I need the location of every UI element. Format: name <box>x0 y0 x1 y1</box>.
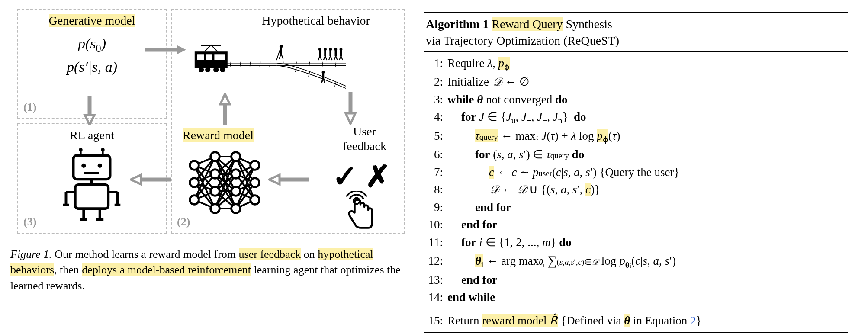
arrow-reward-to-agent <box>130 173 173 186</box>
check-icon: ✓ <box>332 160 358 193</box>
svg-rect-19 <box>214 54 225 60</box>
box-hypothetical-reward: Hypothetical behavior <box>171 9 405 234</box>
algorithm-1-box: Algorithm 1 Reward Query Synthesis via T… <box>424 12 848 333</box>
alg-line-13: 13:end for <box>426 271 846 289</box>
algorithm-body: 1:Require λ, pϕ 2:Initialize 𝒟 ← ∅ 3:whi… <box>424 52 848 309</box>
svg-rect-43 <box>335 51 337 56</box>
svg-rect-118 <box>75 185 109 209</box>
box-1-title: Generative model <box>18 10 166 28</box>
svg-point-99 <box>211 187 220 196</box>
arrow-hyp-to-feedback <box>344 90 357 125</box>
svg-point-101 <box>231 152 241 161</box>
svg-point-21 <box>205 67 210 72</box>
arrow-feedback-to-reward <box>268 173 312 186</box>
svg-point-23 <box>220 67 225 72</box>
touch-icon <box>341 191 380 233</box>
svg-point-104 <box>231 204 241 213</box>
svg-rect-26 <box>280 48 282 54</box>
svg-rect-47 <box>340 51 342 56</box>
svg-marker-138 <box>269 175 280 184</box>
eq-p-sprime: p(s′|s, a) <box>18 59 166 75</box>
svg-point-102 <box>231 170 241 179</box>
svg-point-100 <box>211 204 220 213</box>
svg-line-4 <box>250 62 251 67</box>
box-2-title: Reward model <box>183 128 254 142</box>
svg-line-33 <box>320 56 321 60</box>
alg-line-10: 10:end for <box>426 216 846 234</box>
alg-line-4: 4:for J ∈ {Ju, J+, J−, Jn} do <box>426 108 846 127</box>
svg-line-5 <box>260 62 260 67</box>
svg-point-38 <box>329 48 332 51</box>
figure-1-caption: Figure 1. Our method learns a reward mod… <box>9 247 407 294</box>
svg-line-28 <box>281 54 283 59</box>
box-1-label: (1) <box>23 101 36 114</box>
svg-point-34 <box>324 48 327 51</box>
svg-point-97 <box>211 152 220 161</box>
alg-line-12: 12:θi ← arg maxθi ∑(s,a,s′,c)∈𝒟 log pθi(… <box>426 251 846 271</box>
svg-marker-134 <box>131 175 141 184</box>
user-feedback-label: Userfeedback <box>343 124 386 153</box>
svg-point-96 <box>190 196 199 205</box>
svg-point-98 <box>211 170 220 179</box>
alg-line-11: 11:for i ∈ {1, 2, ..., m} do <box>426 234 846 251</box>
svg-line-9 <box>309 62 310 67</box>
arrow-gen-to-agent <box>83 94 96 125</box>
svg-rect-31 <box>319 51 321 56</box>
svg-point-94 <box>190 161 199 170</box>
feedback-icons: ✓ ✗ <box>332 159 391 194</box>
alg-line-8: 8:𝒟 ← 𝒟 ∪ {(s, a, s′, c)} <box>426 181 846 199</box>
svg-point-50 <box>322 71 325 74</box>
svg-line-2 <box>230 62 231 67</box>
alg-line-6: 6:for (s, a, s′) ∈ τquery do <box>426 146 846 164</box>
svg-line-3 <box>240 62 241 67</box>
svg-point-103 <box>231 187 241 196</box>
svg-point-112 <box>101 148 105 152</box>
svg-point-110 <box>79 148 83 152</box>
svg-line-37 <box>325 56 327 60</box>
svg-line-10 <box>322 62 323 67</box>
trolley-icon <box>185 31 349 94</box>
svg-rect-39 <box>329 51 331 56</box>
box-3-title: RL agent <box>18 124 166 142</box>
svg-marker-140 <box>346 113 355 124</box>
arrow-gen-to-hyp <box>143 43 186 56</box>
svg-point-42 <box>334 48 337 51</box>
algorithm-column: Algorithm 1 Reward Query Synthesis via T… <box>424 9 848 333</box>
algorithm-header: Algorithm 1 Reward Query Synthesis via T… <box>424 13 848 52</box>
figure-1-diagram: Generative model p(s0) p(s′|s, a) (1) Hy… <box>17 9 407 238</box>
figure-column: Generative model p(s0) p(s′|s, a) (1) Hy… <box>9 9 407 333</box>
svg-point-22 <box>213 67 219 72</box>
arrow-reward-to-hyp <box>219 93 231 128</box>
box-2-label: (2) <box>177 215 190 228</box>
svg-point-115 <box>98 164 102 168</box>
svg-point-114 <box>81 164 86 168</box>
svg-line-49 <box>341 56 343 60</box>
svg-line-7 <box>283 62 283 67</box>
svg-marker-132 <box>85 115 94 125</box>
alg-line-7: 7:c ← c ∼ puser(c|s, a, s′) {Query the u… <box>426 164 846 181</box>
svg-point-30 <box>318 48 321 51</box>
equation-2-link[interactable]: 2 <box>690 314 696 327</box>
svg-point-25 <box>280 45 283 48</box>
box-3-label: (3) <box>23 215 36 228</box>
neural-net-icon <box>185 148 263 220</box>
robot-icon <box>55 148 129 224</box>
svg-point-107 <box>251 196 260 205</box>
svg-rect-17 <box>197 54 204 60</box>
svg-point-106 <box>251 178 260 187</box>
svg-marker-136 <box>220 94 230 104</box>
svg-rect-51 <box>322 74 325 79</box>
svg-point-20 <box>199 67 204 72</box>
alg-line-14: 14:end while <box>426 289 846 306</box>
x-icon: ✗ <box>365 160 391 193</box>
svg-point-105 <box>251 161 260 170</box>
svg-line-27 <box>279 54 281 59</box>
alg-line-15: 15:Return reward model R̂ {Defined via θ… <box>424 309 848 332</box>
svg-point-95 <box>190 178 199 187</box>
svg-rect-35 <box>324 51 326 56</box>
svg-point-46 <box>340 48 343 51</box>
hypothetical-title: Hypothetical behavior <box>172 10 404 28</box>
alg-line-9: 9:end for <box>426 199 846 216</box>
svg-line-41 <box>331 56 332 60</box>
alg-line-3: 3:while θ not converged do <box>426 91 846 109</box>
